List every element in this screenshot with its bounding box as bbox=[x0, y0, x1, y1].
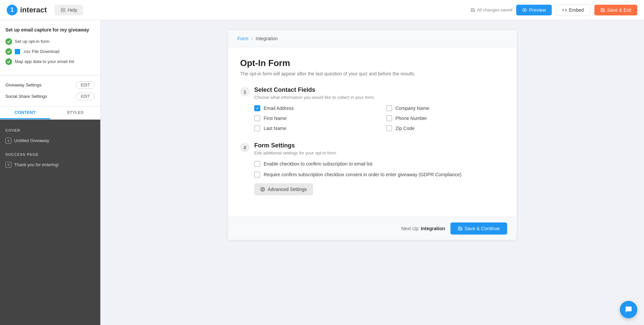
logo-icon: 1 bbox=[7, 5, 17, 15]
checkbox-company[interactable] bbox=[386, 105, 392, 111]
checkbox-subscription[interactable] bbox=[254, 161, 260, 167]
form-footer: Next Up: Integration Save & Continue bbox=[228, 217, 517, 240]
field-phone-label: Phone Number bbox=[395, 116, 427, 121]
help-button[interactable]: Help bbox=[55, 5, 83, 15]
logo: 1 interact bbox=[7, 5, 47, 15]
save-continue-icon bbox=[458, 226, 463, 231]
field-company-label: Company Name bbox=[395, 106, 429, 111]
csv-icon bbox=[15, 49, 20, 54]
social-share-edit-button[interactable]: EDIT bbox=[76, 93, 95, 100]
embed-button[interactable]: Embed bbox=[556, 4, 590, 16]
success-plus-icon: + bbox=[5, 162, 11, 168]
next-up-label: Next Up: Integration bbox=[401, 226, 445, 231]
section1-info: Select Contact Fields Choose what inform… bbox=[254, 86, 504, 100]
field-firstname-label: First Name bbox=[264, 116, 286, 121]
giveaway-edit-button[interactable]: EDIT bbox=[76, 81, 95, 89]
checkbox-firstname[interactable] bbox=[254, 115, 260, 121]
setting-item-1: Enable checkbox to confirm subscription … bbox=[254, 161, 504, 168]
setup-item-1: Set up opt-in form bbox=[5, 38, 95, 45]
sidebar-settings: Giveaway Settings EDIT Social Share Sett… bbox=[0, 75, 100, 107]
embed-icon bbox=[562, 8, 567, 12]
setup-item-label-3: Map app data to your email list bbox=[15, 59, 74, 64]
section-contact-fields: 1 Select Contact Fields Choose what info… bbox=[240, 86, 504, 131]
fields-grid: Email Address Company Name First Name bbox=[254, 105, 504, 131]
breadcrumb-integration: Integration bbox=[256, 36, 278, 41]
cover-item[interactable]: + Untitled Giveaway bbox=[5, 136, 95, 146]
field-firstname: First Name bbox=[254, 115, 373, 121]
social-share-row: Social Share Settings EDIT bbox=[5, 91, 95, 102]
preview-button[interactable]: Preview bbox=[516, 5, 552, 15]
section1-header: 1 Select Contact Fields Choose what info… bbox=[240, 86, 504, 100]
checkbox-email[interactable] bbox=[254, 105, 260, 111]
preview-label: Preview bbox=[529, 7, 546, 13]
content-area: Form › Integration Opt-In Form The opt-i… bbox=[101, 20, 644, 325]
checkbox-phone[interactable] bbox=[386, 115, 392, 121]
field-lastname: Last Name bbox=[254, 125, 373, 131]
section-form-settings: 2 Form Settings Edit additional settings… bbox=[240, 142, 504, 195]
setup-item-label-2: .csv File Download bbox=[23, 49, 59, 54]
tab-styles[interactable]: STYLES bbox=[50, 107, 101, 119]
advanced-settings-button[interactable]: Advanced Settings bbox=[254, 183, 313, 195]
checkbox-lastname[interactable] bbox=[254, 125, 260, 131]
preview-icon bbox=[522, 8, 527, 12]
setup-item-3: Map app data to your email list bbox=[5, 58, 95, 65]
checkbox-zip[interactable] bbox=[386, 125, 392, 131]
section2-title: Form Settings bbox=[254, 142, 504, 149]
save-exit-button[interactable]: Save & Exit bbox=[594, 5, 637, 15]
save-exit-label: Save & Exit bbox=[607, 7, 631, 13]
form-content: Opt-In Form The opt-in form will appear … bbox=[228, 47, 517, 217]
nav-right: All changes saved Preview Embed Save & E… bbox=[471, 4, 637, 16]
setting-item-2: Require confirm subscription checkbox co… bbox=[254, 172, 504, 178]
section2-header: 2 Form Settings Edit additional settings… bbox=[240, 142, 504, 155]
setup-title: Set up email capture for my giveaway bbox=[5, 27, 95, 34]
chat-icon bbox=[625, 306, 633, 314]
gear-icon bbox=[260, 187, 265, 192]
main-layout: Set up email capture for my giveaway Set… bbox=[0, 20, 644, 325]
tab-content[interactable]: CONTENT bbox=[0, 107, 50, 119]
saved-status: All changes saved bbox=[471, 7, 513, 12]
breadcrumb: Form › Integration bbox=[228, 30, 517, 47]
content-tabs: CONTENT STYLES bbox=[0, 107, 100, 120]
next-up-prefix: Next Up: bbox=[401, 226, 419, 231]
chat-bubble[interactable] bbox=[620, 301, 637, 318]
check-icon-1 bbox=[5, 38, 12, 45]
setting-text-2: Require confirm subscription checkbox co… bbox=[264, 172, 462, 178]
setup-item-2: .csv File Download bbox=[5, 48, 95, 55]
advanced-settings-label: Advanced Settings bbox=[268, 187, 307, 192]
form-subtitle: The opt-in form will appear after the la… bbox=[240, 71, 504, 76]
save-exit-icon bbox=[600, 8, 605, 12]
field-phone: Phone Number bbox=[386, 115, 504, 121]
success-section-title: SUCCESS PAGE bbox=[5, 152, 95, 156]
sidebar-top: Set up email capture for my giveaway Set… bbox=[0, 20, 100, 75]
check-icon-2 bbox=[5, 48, 12, 55]
save-continue-label: Save & Continue bbox=[465, 226, 500, 231]
success-item[interactable]: + Thank you for entering! bbox=[5, 160, 95, 170]
saved-status-text: All changes saved bbox=[477, 7, 513, 12]
section2-num: 2 bbox=[240, 143, 250, 152]
giveaway-settings-label: Giveaway Settings bbox=[5, 82, 42, 87]
cover-section-title: COVER bbox=[5, 128, 95, 132]
setup-item-label-1: Set up opt-in form bbox=[15, 39, 49, 44]
checkbox-gdpr[interactable] bbox=[254, 172, 260, 178]
save-continue-button[interactable]: Save & Continue bbox=[450, 222, 507, 235]
breadcrumb-separator: › bbox=[251, 36, 253, 42]
form-title: Opt-In Form bbox=[240, 58, 504, 68]
field-email: Email Address bbox=[254, 105, 373, 111]
sidebar-dark: COVER + Untitled Giveaway SUCCESS PAGE +… bbox=[0, 120, 100, 325]
section2-desc: Edit additional settings for your opt-in… bbox=[254, 150, 504, 155]
setting-text-1: Enable checkbox to confirm subscription … bbox=[264, 161, 372, 168]
help-label: Help bbox=[67, 7, 77, 13]
section2-info: Form Settings Edit additional settings f… bbox=[254, 142, 504, 155]
breadcrumb-form[interactable]: Form bbox=[237, 36, 249, 41]
help-icon bbox=[61, 8, 65, 12]
form-card: Form › Integration Opt-In Form The opt-i… bbox=[228, 30, 517, 240]
top-nav: 1 interact Help All changes saved Previe… bbox=[0, 0, 644, 20]
section1-num: 1 bbox=[240, 87, 250, 96]
field-company: Company Name bbox=[386, 105, 504, 111]
social-share-label: Social Share Settings bbox=[5, 94, 47, 99]
section1-title: Select Contact Fields bbox=[254, 86, 504, 93]
giveaway-settings-row: Giveaway Settings EDIT bbox=[5, 79, 95, 91]
sidebar: Set up email capture for my giveaway Set… bbox=[0, 20, 101, 325]
check-icon-3 bbox=[5, 58, 12, 65]
save-status-icon bbox=[471, 8, 475, 12]
